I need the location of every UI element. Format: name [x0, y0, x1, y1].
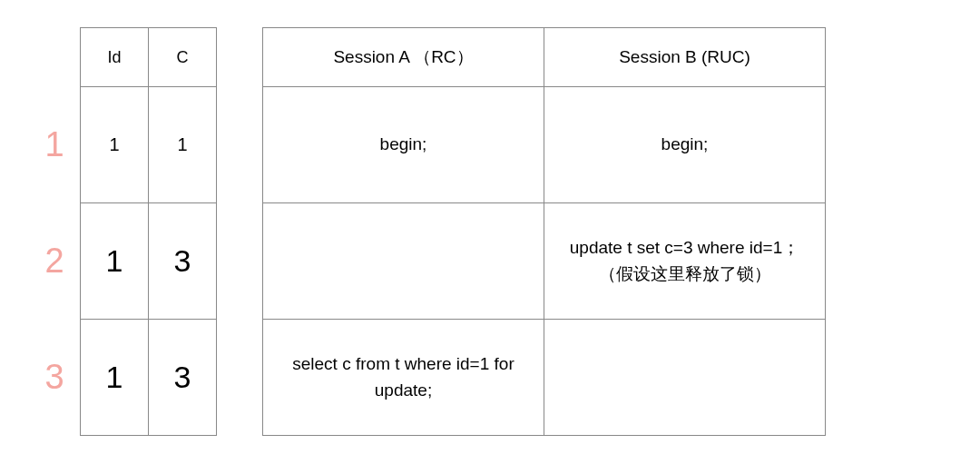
- session-header-a: Session A （RC）: [263, 28, 544, 87]
- session-cell: update t set c=3 where id=1；（假设这里释放了锁）: [544, 203, 826, 320]
- row-num-3: 3: [36, 319, 73, 435]
- session-header-b: Session B (RUC): [544, 28, 826, 87]
- table-row: begin; begin;: [263, 87, 826, 203]
- session-cell: select c from t where id=1 for update;: [263, 320, 544, 436]
- data-header-c: C: [149, 28, 217, 87]
- session-table: Session A （RC） Session B (RUC) begin; be…: [262, 27, 826, 436]
- table-row: 1 3: [81, 203, 217, 320]
- data-table: Id C 1 1 1 3 1 3: [80, 27, 217, 436]
- data-cell: 1: [81, 320, 149, 436]
- data-cell: 3: [149, 203, 217, 320]
- session-cell: begin;: [263, 87, 544, 203]
- data-cell: 1: [81, 203, 149, 320]
- table-row: 1 1: [81, 87, 217, 203]
- session-cell: begin;: [544, 87, 826, 203]
- left-block: 0 1 2 3 Id C 1 1 1 3 1 3: [36, 27, 217, 436]
- row-num-1: 1: [36, 86, 73, 202]
- data-cell: 1: [149, 87, 217, 203]
- row-num-2: 2: [36, 202, 73, 319]
- table-row: update t set c=3 where id=1；（假设这里释放了锁）: [263, 203, 826, 320]
- session-cell: [263, 203, 544, 320]
- table-row: Session A （RC） Session B (RUC): [263, 28, 826, 87]
- table-row: Id C: [81, 28, 217, 87]
- table-row: select c from t where id=1 for update;: [263, 320, 826, 436]
- data-cell: 3: [149, 320, 217, 436]
- session-cell: [544, 320, 826, 436]
- data-cell: 1: [81, 87, 149, 203]
- data-header-id: Id: [81, 28, 149, 87]
- table-row: 1 3: [81, 320, 217, 436]
- row-number-column: 0 1 2 3: [36, 27, 73, 436]
